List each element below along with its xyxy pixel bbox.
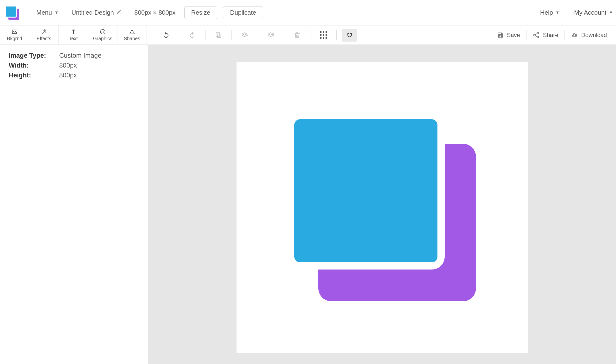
- delete-button[interactable]: [290, 29, 305, 42]
- toolbar-separator: [205, 30, 205, 40]
- svg-rect-4: [217, 34, 221, 38]
- app-header: Menu ▼ Untitled Design 800px × 800px Res…: [0, 0, 616, 26]
- menu-dropdown[interactable]: Menu ▼: [36, 9, 59, 16]
- share-button[interactable]: Share: [526, 32, 564, 39]
- caret-down-icon: ▼: [54, 10, 59, 15]
- svg-rect-5: [216, 33, 220, 36]
- menu-label: Menu: [36, 9, 52, 16]
- layer-down-button[interactable]: [237, 29, 253, 42]
- properties-panel: Image Type: Custom Image Width: 800px He…: [0, 45, 148, 364]
- undo-button[interactable]: [158, 29, 174, 42]
- grid-icon: [320, 31, 327, 39]
- svg-point-8: [537, 36, 539, 38]
- shape-rounded-rect-blue[interactable]: [287, 112, 445, 270]
- tab-label: Graphics: [93, 36, 112, 41]
- header-separator: [128, 8, 128, 18]
- tab-graphics[interactable]: Graphics: [88, 26, 117, 44]
- svg-point-7: [534, 34, 536, 36]
- svg-point-2: [102, 31, 102, 31]
- image-type-label: Image Type:: [9, 52, 59, 59]
- account-dropdown[interactable]: My Account ▼: [574, 9, 613, 16]
- cloud-download-icon: [571, 32, 578, 39]
- image-type-value: Custom Image: [59, 52, 102, 59]
- resize-button[interactable]: Resize: [184, 6, 217, 19]
- caret-down-icon: ▼: [609, 10, 613, 15]
- design-title[interactable]: Untitled Design: [71, 9, 121, 16]
- design-title-text: Untitled Design: [71, 9, 114, 16]
- toolbar-separator: [284, 30, 284, 40]
- tab-background[interactable]: Bkgrnd: [0, 26, 29, 44]
- grid-button[interactable]: [316, 29, 331, 42]
- tab-label: Text: [69, 36, 78, 41]
- download-label: Download: [581, 32, 607, 39]
- caret-down-icon: ▼: [555, 10, 560, 15]
- info-row-width: Width: 800px: [9, 62, 140, 69]
- smiley-icon: [100, 29, 106, 35]
- magnet-icon: [346, 31, 353, 39]
- save-icon: [497, 32, 504, 39]
- svg-point-1: [100, 29, 105, 34]
- download-button[interactable]: Download: [565, 32, 613, 39]
- save-button[interactable]: Save: [491, 32, 526, 39]
- redo-icon: [189, 31, 196, 39]
- toolbar-separator: [179, 30, 179, 40]
- toolbar-separator: [336, 30, 337, 40]
- width-value: 800px: [59, 62, 77, 69]
- height-value: 800px: [59, 72, 77, 79]
- snap-button[interactable]: [342, 29, 357, 42]
- width-label: Width:: [9, 62, 59, 69]
- tab-label: Bkgrnd: [7, 36, 22, 41]
- tab-text[interactable]: Text: [59, 26, 88, 44]
- duplicate-button[interactable]: Duplicate: [223, 6, 263, 19]
- text-icon: [70, 29, 77, 35]
- svg-point-6: [537, 32, 539, 34]
- trash-icon: [294, 31, 301, 39]
- main-area: Image Type: Custom Image Width: 800px He…: [0, 45, 616, 364]
- header-separator: [65, 8, 65, 18]
- height-label: Height:: [9, 72, 59, 79]
- toolbar-separator: [310, 30, 310, 40]
- layers-up-icon: [267, 31, 275, 39]
- share-label: Share: [543, 32, 558, 39]
- svg-point-3: [103, 31, 104, 31]
- account-label: My Account: [574, 9, 606, 16]
- copy-icon: [215, 31, 222, 39]
- wand-icon: [41, 29, 47, 35]
- help-label: Help: [540, 9, 553, 16]
- info-row-height: Height: 800px: [9, 72, 140, 79]
- toolbar-separator: [258, 30, 258, 40]
- app-logo[interactable]: [5, 6, 19, 20]
- canvas-viewport[interactable]: [148, 45, 616, 364]
- triangle-icon: [129, 29, 135, 35]
- share-icon: [533, 32, 539, 39]
- save-label: Save: [507, 32, 520, 39]
- image-icon: [12, 29, 18, 35]
- info-row-image-type: Image Type: Custom Image: [9, 52, 140, 59]
- tab-label: Shapes: [124, 36, 140, 41]
- undo-icon: [162, 31, 170, 39]
- tab-effects[interactable]: Effects: [29, 26, 59, 44]
- tab-shapes[interactable]: Shapes: [117, 26, 147, 44]
- copy-button[interactable]: [211, 29, 226, 42]
- editor-toolbar: Bkgrnd Effects Text Graphics Shapes: [0, 26, 616, 45]
- help-dropdown[interactable]: Help ▼: [540, 9, 560, 16]
- layers-down-icon: [241, 31, 248, 39]
- logo-front-square: [5, 6, 17, 18]
- header-separator: [30, 8, 30, 18]
- pencil-icon: [116, 9, 121, 16]
- edit-tools: [147, 26, 491, 44]
- design-canvas[interactable]: [237, 62, 528, 353]
- canvas-dimensions: 800px × 800px: [134, 9, 175, 16]
- tab-label: Effects: [37, 36, 51, 41]
- layer-up-button[interactable]: [263, 29, 279, 42]
- toolbar-separator: [231, 30, 232, 40]
- right-tools: Save Share Download: [491, 26, 616, 44]
- redo-button[interactable]: [185, 29, 200, 42]
